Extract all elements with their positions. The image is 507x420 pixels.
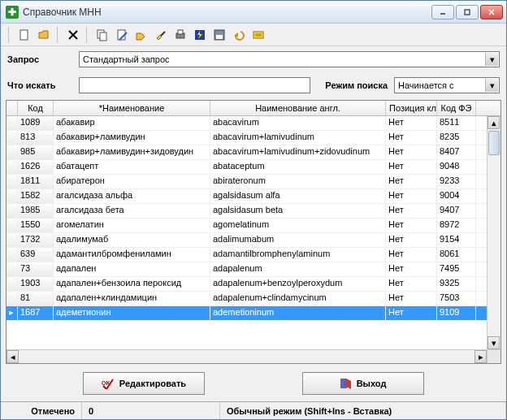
toolbar [1, 24, 506, 46]
table-row[interactable]: 1089абакавирabacavirumНет8511 [6, 116, 500, 131]
status-marked-label: Отмечено [1, 402, 82, 419]
new-icon[interactable] [15, 26, 33, 44]
col-name[interactable]: *Наименование [54, 101, 210, 115]
search-label: Что искать [7, 80, 72, 90]
edit-button[interactable]: OK Редактировать [83, 372, 205, 395]
cell-pos: Нет [386, 131, 437, 145]
scroll-right-icon[interactable]: ▸ [474, 350, 487, 363]
table-row[interactable]: 81адапален+клиндамицинadapalenum+clindam… [6, 292, 500, 306]
table-row[interactable]: 1732адалимумабadalimumabumНет9154 [6, 233, 500, 248]
close-button[interactable] [480, 5, 503, 19]
data-grid: Код *Наименование Наименование англ. Поз… [6, 100, 501, 364]
row-marker [6, 277, 18, 291]
exit-button[interactable]: Выход [302, 372, 424, 395]
table-row[interactable]: 1550агомелатинagomelatinumНет8972 [6, 219, 500, 233]
save-icon[interactable] [210, 26, 228, 44]
row-marker [6, 292, 18, 305]
scroll-thumb[interactable] [488, 131, 500, 155]
row-marker [6, 145, 18, 159]
svg-rect-4 [20, 30, 28, 40]
flash-icon[interactable] [191, 26, 209, 44]
row-marker [6, 116, 18, 130]
row-marker [6, 189, 18, 203]
col-pos[interactable]: Позиция кл [386, 101, 437, 115]
search-input[interactable] [79, 77, 310, 93]
table-row[interactable]: 985абакавир+ламивудин+зидовудинabacaviru… [6, 145, 500, 160]
table-row[interactable]: ▸1687адеметионинademetioninumНет9109 [6, 306, 500, 321]
table-row[interactable]: 639адамантилбромфениламинadamantilbromph… [6, 248, 500, 262]
cell-pos: Нет [386, 233, 437, 247]
cell-name: абакавир [54, 116, 210, 130]
undo-icon[interactable] [230, 26, 248, 44]
cell-pos: Нет [386, 306, 437, 320]
cell-pos: Нет [386, 175, 437, 188]
table-row[interactable]: 1985агалсидаза бетаagalsidasum betaНет94… [6, 204, 500, 219]
cell-pos: Нет [386, 204, 437, 218]
cell-fe: 8407 [437, 145, 476, 159]
open-icon[interactable] [35, 26, 53, 44]
col-fe[interactable]: Код ФЭ [437, 101, 476, 115]
status-bar: Отмечено 0 Обычный режим (Shift+Ins - Вс… [1, 401, 506, 419]
svg-rect-20 [340, 379, 347, 388]
request-value: Стандартный запрос [83, 54, 170, 64]
cell-code: 1811 [18, 175, 54, 188]
table-row[interactable]: 73адапаленadapalenumНет7495 [6, 262, 500, 277]
cell-name: абакавир+ламивудин+зидовудин [54, 145, 210, 159]
tag-icon[interactable] [132, 26, 150, 44]
search-row: Что искать Режим поиска Начинается с ▾ [1, 72, 506, 98]
copy-icon[interactable] [93, 26, 111, 44]
col-selector[interactable] [6, 101, 18, 115]
col-eng[interactable]: Наименование англ. [210, 101, 386, 115]
cell-code: 1687 [18, 306, 54, 320]
cell-pos: Нет [386, 145, 437, 159]
cell-name: агалсидаза альфа [54, 189, 210, 203]
brush-icon[interactable] [152, 26, 170, 44]
delete-icon[interactable] [64, 26, 82, 44]
request-row: Запрос Стандартный запрос ▾ [1, 46, 506, 72]
chevron-down-icon: ▾ [485, 79, 498, 92]
maximize-button[interactable] [456, 5, 479, 19]
cell-eng: abacavirum+lamivudinum [210, 131, 386, 145]
edit-button-label: Редактировать [119, 379, 186, 388]
table-row[interactable]: 1626абатацептabataceptumНет9048 [6, 160, 500, 175]
paste-icon[interactable] [113, 26, 131, 44]
row-marker [6, 175, 18, 188]
cell-eng: adamantilbromphenylaminum [210, 248, 386, 262]
horizontal-scrollbar[interactable]: ◂ ▸ [6, 349, 500, 363]
exit-icon [340, 378, 352, 389]
print-icon[interactable] [171, 26, 189, 44]
cell-fe: 7495 [437, 262, 476, 276]
titlebar: ✚ Справочник МНН [1, 1, 506, 24]
cell-pos: Нет [386, 160, 437, 174]
col-code[interactable]: Код [18, 101, 54, 115]
table-row[interactable]: 1903адапален+бензоила пероксидadapalenum… [6, 277, 500, 292]
scroll-down-icon[interactable]: ▾ [488, 336, 500, 349]
cell-code: 1626 [18, 160, 54, 174]
mode-combo[interactable]: Начинается с ▾ [394, 77, 500, 93]
scroll-left-icon[interactable]: ◂ [6, 350, 19, 363]
row-marker [6, 219, 18, 232]
request-combo[interactable]: Стандартный запрос ▾ [79, 51, 500, 67]
help-icon[interactable] [249, 26, 267, 44]
svg-rect-15 [216, 35, 223, 39]
request-label: Запрос [7, 54, 72, 64]
cell-fe: 8972 [437, 219, 476, 232]
cell-fe: 8235 [437, 131, 476, 145]
grid-header: Код *Наименование Наименование англ. Поз… [6, 101, 500, 116]
vertical-scrollbar[interactable]: ▴ ▾ [487, 116, 500, 349]
table-row[interactable]: 813абакавир+ламивудинabacavirum+lamivudi… [6, 131, 500, 145]
grid-body[interactable]: 1089абакавирabacavirumНет8511813абакавир… [6, 116, 500, 349]
table-row[interactable]: 1582агалсидаза альфаagalsidasum alfaНет9… [6, 189, 500, 204]
cell-pos: Нет [386, 262, 437, 276]
mode-label: Режим поиска [325, 80, 388, 90]
row-marker [6, 233, 18, 247]
cell-eng: adapalenum+benzoylperoxydum [210, 277, 386, 291]
cell-name: адапален+клиндамицин [54, 292, 210, 305]
cell-pos: Нет [386, 116, 437, 130]
minimize-button[interactable] [431, 5, 454, 19]
window-title: Справочник МНН [23, 6, 431, 18]
scroll-up-icon[interactable]: ▴ [488, 116, 500, 129]
table-row[interactable]: 1811абиратеронabirateronumНет9233 [6, 175, 500, 189]
cell-code: 1550 [18, 219, 54, 232]
cell-code: 985 [18, 145, 54, 159]
